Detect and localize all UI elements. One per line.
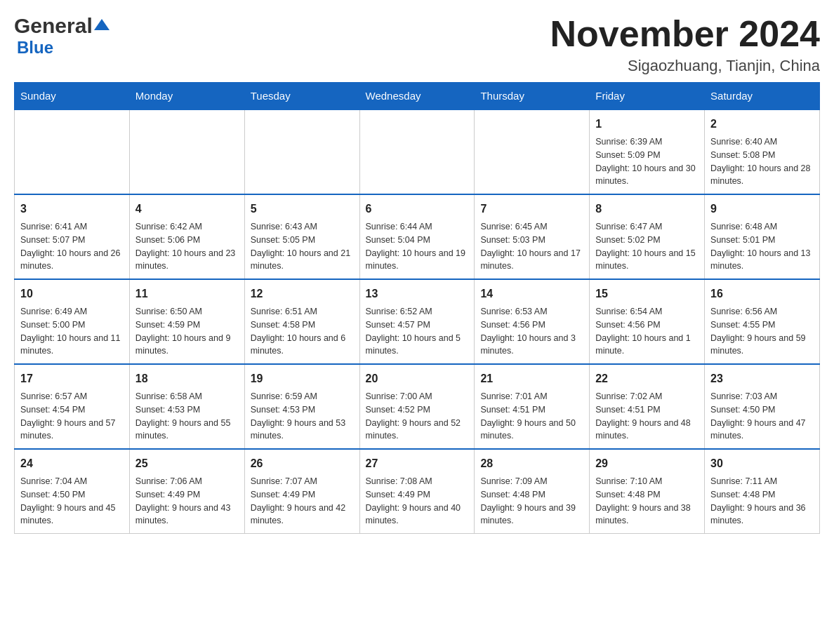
- day-info: Sunset: 4:57 PM: [366, 318, 469, 332]
- day-number: 26: [251, 455, 354, 472]
- day-number: 28: [480, 455, 583, 472]
- title-section: November 2024 Sigaozhuang, Tianjin, Chin…: [550, 14, 820, 75]
- day-info: Daylight: 10 hours and 28 minutes.: [710, 162, 814, 189]
- weekday-header-saturday: Saturday: [705, 83, 820, 110]
- day-info: Sunrise: 7:07 AM: [251, 475, 354, 488]
- day-info: Sunrise: 7:03 AM: [710, 390, 814, 403]
- day-info: Sunset: 5:09 PM: [595, 149, 699, 162]
- logo-triangle-icon: [94, 18, 110, 34]
- day-info: Sunrise: 6:56 AM: [710, 305, 814, 318]
- calendar-cell: 18Sunrise: 6:58 AMSunset: 4:53 PMDayligh…: [129, 364, 244, 449]
- logo-general: General: [14, 14, 93, 38]
- day-info: Daylight: 10 hours and 23 minutes.: [135, 247, 239, 274]
- day-number: 21: [480, 370, 583, 387]
- day-info: Sunset: 4:50 PM: [710, 403, 814, 417]
- day-number: 15: [595, 286, 699, 302]
- day-info: Daylight: 9 hours and 48 minutes.: [595, 417, 699, 443]
- calendar-cell: 24Sunrise: 7:04 AMSunset: 4:50 PMDayligh…: [15, 449, 130, 534]
- day-number: 5: [251, 201, 354, 217]
- day-info: Sunset: 4:59 PM: [135, 318, 239, 332]
- calendar-cell: 21Sunrise: 7:01 AMSunset: 4:51 PMDayligh…: [475, 364, 590, 449]
- day-info: Sunset: 5:00 PM: [20, 318, 124, 332]
- day-number: 7: [480, 201, 583, 217]
- month-year-title: November 2024: [550, 14, 820, 54]
- calendar-cell: 11Sunrise: 6:50 AMSunset: 4:59 PMDayligh…: [129, 279, 244, 364]
- day-info: Daylight: 10 hours and 3 minutes.: [480, 332, 583, 358]
- logo: General Blue: [14, 14, 110, 58]
- day-number: 3: [20, 201, 124, 217]
- day-info: Daylight: 9 hours and 43 minutes.: [135, 502, 239, 528]
- day-number: 17: [20, 370, 124, 387]
- day-info: Sunrise: 7:02 AM: [595, 390, 699, 403]
- calendar-cell: [475, 109, 590, 194]
- day-info: Sunrise: 6:41 AM: [20, 220, 124, 234]
- calendar-cell: 12Sunrise: 6:51 AMSunset: 4:58 PMDayligh…: [244, 279, 359, 364]
- day-info: Daylight: 10 hours and 30 minutes.: [595, 162, 699, 189]
- day-info: Sunrise: 7:09 AM: [480, 475, 583, 488]
- day-info: Sunrise: 7:08 AM: [366, 475, 469, 488]
- day-number: 16: [710, 286, 814, 302]
- day-info: Sunset: 5:03 PM: [480, 234, 583, 247]
- calendar-cell: 2Sunrise: 6:40 AMSunset: 5:08 PMDaylight…: [705, 109, 820, 194]
- day-info: Daylight: 9 hours and 45 minutes.: [20, 502, 124, 528]
- calendar-table: SundayMondayTuesdayWednesdayThursdayFrid…: [14, 82, 820, 534]
- day-info: Sunrise: 6:51 AM: [251, 305, 354, 318]
- day-info: Sunrise: 6:53 AM: [480, 305, 583, 318]
- day-info: Sunrise: 7:10 AM: [595, 475, 699, 488]
- day-info: Daylight: 9 hours and 55 minutes.: [135, 417, 239, 443]
- day-info: Sunrise: 7:06 AM: [135, 475, 239, 488]
- day-info: Sunrise: 6:43 AM: [251, 220, 354, 234]
- day-number: 20: [366, 370, 469, 387]
- calendar-week-3: 10Sunrise: 6:49 AMSunset: 5:00 PMDayligh…: [15, 279, 820, 364]
- day-info: Sunset: 4:56 PM: [480, 318, 583, 332]
- day-info: Sunset: 4:53 PM: [251, 403, 354, 417]
- day-number: 10: [20, 286, 124, 302]
- day-info: Sunset: 5:02 PM: [595, 234, 699, 247]
- day-info: Sunrise: 7:04 AM: [20, 475, 124, 488]
- calendar-cell: 20Sunrise: 7:00 AMSunset: 4:52 PMDayligh…: [359, 364, 475, 449]
- day-info: Daylight: 9 hours and 47 minutes.: [710, 417, 814, 443]
- calendar-cell: 14Sunrise: 6:53 AMSunset: 4:56 PMDayligh…: [475, 279, 590, 364]
- day-number: 23: [710, 370, 814, 387]
- day-info: Sunrise: 6:40 AM: [710, 135, 814, 149]
- calendar-cell: 6Sunrise: 6:44 AMSunset: 5:04 PMDaylight…: [359, 194, 475, 279]
- day-info: Daylight: 9 hours and 36 minutes.: [710, 502, 814, 528]
- day-info: Sunset: 4:54 PM: [20, 403, 124, 417]
- day-info: Daylight: 9 hours and 57 minutes.: [20, 417, 124, 443]
- day-info: Sunset: 4:55 PM: [710, 318, 814, 332]
- calendar-week-2: 3Sunrise: 6:41 AMSunset: 5:07 PMDaylight…: [15, 194, 820, 279]
- day-info: Sunrise: 6:59 AM: [251, 390, 354, 403]
- day-info: Sunset: 4:48 PM: [595, 488, 699, 502]
- svg-marker-0: [94, 19, 110, 30]
- day-info: Sunset: 4:51 PM: [595, 403, 699, 417]
- day-info: Daylight: 10 hours and 6 minutes.: [251, 332, 354, 358]
- calendar-cell: 13Sunrise: 6:52 AMSunset: 4:57 PMDayligh…: [359, 279, 475, 364]
- weekday-header-tuesday: Tuesday: [244, 83, 359, 110]
- day-info: Sunset: 4:48 PM: [480, 488, 583, 502]
- calendar-cell: 17Sunrise: 6:57 AMSunset: 4:54 PMDayligh…: [15, 364, 130, 449]
- day-info: Sunset: 4:49 PM: [135, 488, 239, 502]
- day-info: Sunrise: 6:58 AM: [135, 390, 239, 403]
- logo-blue-text: Blue: [17, 38, 53, 58]
- day-info: Sunrise: 6:45 AM: [480, 220, 583, 234]
- page-header: General Blue November 2024 Sigaozhuang, …: [14, 14, 820, 75]
- calendar-cell: 5Sunrise: 6:43 AMSunset: 5:05 PMDaylight…: [244, 194, 359, 279]
- day-info: Sunrise: 6:42 AM: [135, 220, 239, 234]
- day-info: Sunrise: 6:54 AM: [595, 305, 699, 318]
- calendar-week-1: 1Sunrise: 6:39 AMSunset: 5:09 PMDaylight…: [15, 109, 820, 194]
- calendar-cell: 29Sunrise: 7:10 AMSunset: 4:48 PMDayligh…: [590, 449, 705, 534]
- calendar-week-5: 24Sunrise: 7:04 AMSunset: 4:50 PMDayligh…: [15, 449, 820, 534]
- day-info: Sunrise: 6:47 AM: [595, 220, 699, 234]
- calendar-cell: 10Sunrise: 6:49 AMSunset: 5:00 PMDayligh…: [15, 279, 130, 364]
- day-number: 22: [595, 370, 699, 387]
- day-info: Sunset: 4:49 PM: [366, 488, 469, 502]
- day-info: Sunset: 4:53 PM: [135, 403, 239, 417]
- calendar-cell: 15Sunrise: 6:54 AMSunset: 4:56 PMDayligh…: [590, 279, 705, 364]
- day-info: Daylight: 10 hours and 11 minutes.: [20, 332, 124, 358]
- calendar-cell: [244, 109, 359, 194]
- day-number: 6: [366, 201, 469, 217]
- day-info: Daylight: 10 hours and 17 minutes.: [480, 247, 583, 274]
- day-number: 2: [710, 116, 814, 133]
- calendar-week-4: 17Sunrise: 6:57 AMSunset: 4:54 PMDayligh…: [15, 364, 820, 449]
- calendar-cell: 7Sunrise: 6:45 AMSunset: 5:03 PMDaylight…: [475, 194, 590, 279]
